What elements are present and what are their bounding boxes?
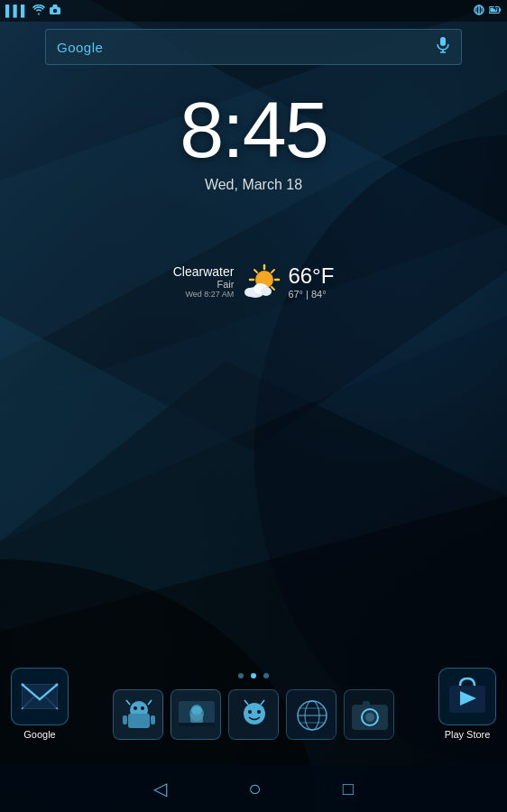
svg-point-53	[244, 703, 265, 724]
svg-line-25	[254, 270, 257, 272]
svg-marker-9	[52, 5, 58, 7]
mic-icon[interactable]	[436, 37, 450, 57]
weather-temp-info: 66°F 67° | 84°	[288, 263, 334, 300]
dock-app-1[interactable]	[113, 689, 163, 740]
camera-icon	[49, 5, 61, 18]
dock-app-2[interactable]	[171, 689, 221, 740]
weather-city: Clearwater	[173, 264, 235, 279]
dock-app-4[interactable]	[286, 689, 336, 740]
svg-rect-68	[363, 701, 370, 706]
clock-widget: 8:45 Wed, March 18	[0, 90, 507, 193]
weather-icon	[241, 262, 281, 301]
svg-rect-15	[499, 8, 501, 12]
google-logo: Google	[57, 40, 436, 55]
wifi-icon	[32, 5, 45, 18]
dock-area: Google	[0, 650, 507, 740]
signal-bars-icon: ▌▌▌	[5, 5, 29, 17]
back-button[interactable]: ◁	[153, 778, 167, 799]
play-store-icon[interactable]	[438, 668, 496, 725]
weather-widget: Clearwater Fair Wed 8:27 AM	[0, 262, 507, 301]
status-left-icons: ▌▌▌	[5, 5, 61, 18]
svg-line-26	[272, 287, 274, 290]
weather-temp: 66°F	[288, 263, 334, 289]
battery-icon	[489, 5, 502, 18]
svg-rect-49	[179, 723, 215, 726]
svg-point-32	[261, 287, 272, 296]
right-app[interactable]: Play Store	[438, 668, 496, 740]
svg-line-27	[272, 270, 274, 272]
svg-point-40	[134, 706, 137, 710]
clock-date: Wed, March 18	[205, 177, 302, 193]
svg-point-54	[248, 710, 252, 714]
dock-app-5[interactable]	[344, 689, 394, 740]
nav-bar: ◁ ○ □	[0, 765, 507, 812]
weather-location: Clearwater Fair Wed 8:27 AM	[173, 264, 235, 299]
weather-range: 67° | 84°	[288, 289, 334, 300]
dock-apps	[0, 689, 507, 740]
svg-point-55	[257, 710, 261, 714]
search-bar[interactable]: Google	[45, 29, 462, 65]
svg-point-10	[52, 8, 56, 12]
svg-point-67	[365, 713, 374, 722]
clock-time: 8:45	[180, 90, 327, 170]
svg-rect-51	[190, 714, 203, 723]
status-right-icons	[473, 5, 502, 18]
weather-row: Clearwater Fair Wed 8:27 AM	[173, 262, 335, 301]
wifi-signal-right-icon	[473, 5, 485, 18]
svg-rect-44	[123, 715, 127, 724]
svg-point-41	[141, 706, 144, 710]
home-button[interactable]: ○	[248, 776, 262, 801]
svg-point-31	[244, 288, 255, 297]
weather-timestamp: Wed 8:27 AM	[173, 290, 235, 299]
svg-rect-45	[151, 715, 155, 724]
play-store-app-label: Play Store	[445, 729, 491, 740]
recents-button[interactable]: □	[343, 779, 354, 799]
svg-rect-17	[440, 37, 446, 46]
weather-condition: Fair	[173, 279, 235, 290]
status-bar: ▌▌▌	[0, 0, 507, 22]
dock-app-3[interactable]	[228, 689, 279, 740]
svg-rect-39	[128, 714, 150, 728]
